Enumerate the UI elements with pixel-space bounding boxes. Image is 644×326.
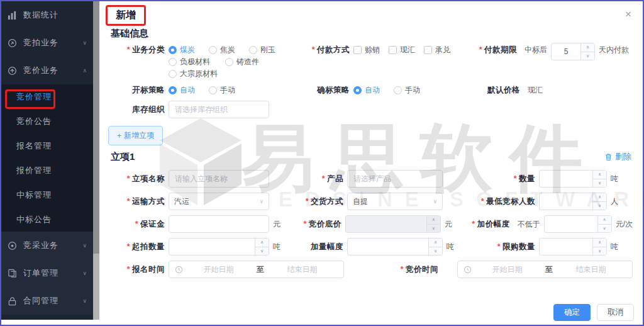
start-quantity-value[interactable]: [169, 239, 255, 255]
stepper[interactable]: ∧∨: [580, 43, 594, 60]
quantity-label: 数量: [466, 174, 535, 184]
payment-deadline-label: 付款期限: [463, 42, 517, 55]
project-row-quantities: 起拍数量 ∧∨ 吨 加量幅度 ∧∨ 吨 限购数量 ∧∨ 吨: [111, 238, 633, 256]
sidebar-bottom-group: 竞采业务 ∨ 订单管理 ∨ 合同管理 ∨: [1, 232, 93, 315]
stepper[interactable]: ∧∨: [597, 216, 611, 232]
quantity-increment-input[interactable]: ∧∨: [347, 238, 443, 256]
basic-row-3: 库存组织: [111, 101, 633, 118]
payment-method-checkbox-group: 赊销 现汇 承兑: [353, 42, 459, 55]
cancel-button[interactable]: 取消: [597, 304, 634, 321]
chevron-down-icon: ∨: [433, 198, 437, 205]
inventory-org-label: 库存组织: [111, 104, 165, 115]
app-window: 数据统计 竞拍业务 ∨ 竞价业务 ∧ 竞价管理 竞价公告 报名管理 报价管理 中…: [0, 0, 644, 326]
decrement-icon[interactable]: ∨: [581, 52, 594, 60]
delivery-select[interactable]: 自提∨: [347, 193, 443, 210]
start-quantity-input[interactable]: ∧∨: [169, 238, 269, 256]
trash-icon: [604, 153, 613, 161]
increment-icon[interactable]: ∧: [593, 193, 606, 202]
stepper[interactable]: ∧∨: [428, 239, 442, 255]
project-row-name: 立项名称 产品 数量 ∧∨ 吨: [111, 170, 633, 188]
stepper[interactable]: ∧∨: [592, 193, 606, 210]
project-name-input[interactable]: [169, 170, 269, 188]
increment-icon[interactable]: ∧: [255, 239, 269, 247]
end-date-placeholder[interactable]: 结束日期: [555, 264, 626, 275]
sidebar-item-bidding-management[interactable]: 竞价管理: [1, 84, 93, 109]
plus-icon: +: [117, 132, 121, 140]
purchase-limit-input[interactable]: ∧∨: [539, 238, 607, 256]
decrement-icon[interactable]: ∨: [429, 247, 442, 256]
radio-open-manual[interactable]: 手动: [209, 85, 249, 96]
sidebar: 数据统计 竞拍业务 ∨ 竞价业务 ∧ 竞价管理 竞价公告 报名管理 报价管理 中…: [1, 1, 93, 320]
quantity-increment-label: 加量幅度: [288, 242, 343, 252]
quantity-value[interactable]: [540, 171, 592, 187]
radio-option-anode-material[interactable]: 负极材料: [169, 57, 225, 67]
increment-icon[interactable]: ∧: [581, 43, 594, 52]
bid-increment-value[interactable]: [545, 216, 597, 232]
checkbox-credit-sale[interactable]: 赊销: [353, 45, 380, 55]
increment-icon[interactable]: ∧: [598, 216, 611, 225]
purchase-limit-unit: 吨: [611, 242, 618, 252]
sidebar-item-order-management[interactable]: 订单管理 ∨: [1, 259, 93, 287]
inventory-org-input[interactable]: [169, 101, 269, 118]
payment-deadline-value[interactable]: [552, 43, 580, 60]
deposit-input[interactable]: [169, 215, 269, 233]
business-category-label: 业务分类: [111, 42, 165, 55]
radio-option-bulk-raw-material[interactable]: 大宗原材料: [169, 69, 225, 79]
decrement-icon[interactable]: ∨: [593, 179, 606, 188]
increment-icon[interactable]: ∧: [429, 239, 442, 247]
checkbox-acceptance[interactable]: 承兑: [424, 45, 450, 55]
close-icon[interactable]: ×: [625, 9, 631, 20]
transport-select[interactable]: 汽运∨: [169, 193, 269, 210]
start-date-placeholder[interactable]: 开始日期: [183, 264, 254, 275]
bid-increment-input[interactable]: ∧∨: [544, 215, 612, 233]
stepper[interactable]: ∧∨: [592, 171, 606, 187]
sidebar-item-bidding-business[interactable]: 竞价业务 ∧: [1, 57, 93, 84]
increment-icon[interactable]: ∧: [593, 171, 606, 179]
bidding-time-range-picker[interactable]: 开始日期 至 结束日期: [457, 261, 633, 278]
decrement-icon[interactable]: ∨: [593, 202, 606, 210]
sidebar-item-procurement-business[interactable]: 竞采业务 ∨: [1, 232, 93, 259]
decrement-icon[interactable]: ∨: [598, 225, 611, 233]
default-price-label: 默认价格: [466, 85, 520, 96]
stepper[interactable]: ∧∨: [592, 239, 606, 255]
radio-open-auto[interactable]: 自动: [169, 85, 209, 96]
decrement-icon[interactable]: ∨: [593, 247, 606, 256]
radio-option-coal[interactable]: 煤炭: [169, 45, 209, 55]
delete-project-button[interactable]: 删除: [604, 151, 631, 162]
radio-option-castings[interactable]: 铸造件: [225, 57, 282, 67]
sidebar-item-label: 竞价公告: [16, 116, 52, 127]
radio-option-coke[interactable]: 焦炭: [209, 45, 249, 55]
scrollbar-thumb[interactable]: [93, 1, 99, 254]
signup-time-label: 报名时间: [111, 264, 165, 275]
signup-time-range-picker[interactable]: 开始日期 至 结束日期: [169, 261, 344, 278]
add-project-button[interactable]: + 新增立项: [108, 126, 163, 145]
stepper[interactable]: ∧∨: [255, 239, 269, 255]
product-input[interactable]: [347, 170, 443, 188]
purchase-limit-value[interactable]: [540, 239, 592, 255]
sidebar-item-contract-management[interactable]: 合同管理 ∨: [1, 287, 93, 315]
quantity-increment-value[interactable]: [348, 239, 428, 255]
chevron-down-icon: ∨: [259, 198, 264, 205]
increment-icon[interactable]: ∧: [593, 239, 606, 247]
radio-confirm-auto[interactable]: 自动: [353, 85, 394, 96]
sidebar-item-registration-management[interactable]: 报名管理: [1, 133, 93, 158]
sidebar-item-winning-bid-management[interactable]: 中标管理: [1, 183, 93, 207]
min-bidders-value[interactable]: [540, 193, 592, 210]
transport-label: 运输方式: [111, 196, 165, 207]
quantity-input[interactable]: ∧∨: [539, 170, 607, 188]
min-bidders-input[interactable]: ∧∨: [539, 193, 607, 210]
vertical-scrollbar[interactable]: [93, 1, 99, 325]
confirm-button[interactable]: 确定: [553, 304, 591, 321]
sidebar-item-winning-bid-announcement[interactable]: 中标公告: [1, 207, 93, 232]
checkbox-cash[interactable]: 现汇: [389, 45, 415, 55]
end-date-placeholder[interactable]: 结束日期: [267, 264, 338, 275]
payment-deadline-input[interactable]: ∧∨: [551, 43, 595, 60]
decrement-icon[interactable]: ∨: [255, 247, 269, 256]
sidebar-item-data-statistics[interactable]: 数据统计: [1, 1, 93, 29]
radio-option-corundum[interactable]: 刚玉: [249, 45, 289, 55]
sidebar-item-bidding-announcement[interactable]: 竞价公告: [1, 109, 93, 133]
radio-confirm-manual[interactable]: 手动: [394, 85, 434, 96]
sidebar-item-auction-business[interactable]: 竞拍业务 ∨: [1, 29, 93, 57]
sidebar-item-quote-management[interactable]: 报价管理: [1, 158, 93, 183]
start-date-placeholder[interactable]: 开始日期: [472, 264, 543, 275]
